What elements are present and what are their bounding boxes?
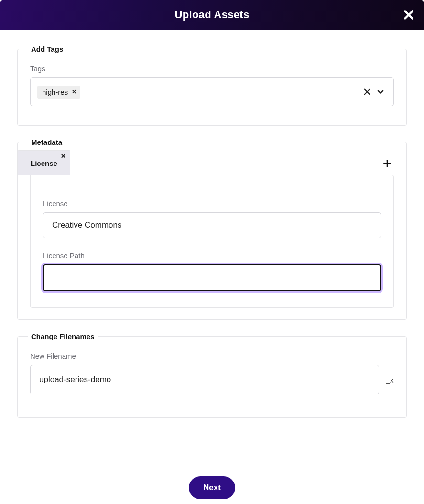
change-filenames-section: Change Filenames New Filename _x (17, 332, 407, 418)
metadata-tabs: License ✕ (18, 150, 406, 175)
new-filename-label: New Filename (30, 352, 394, 360)
license-path-label: License Path (43, 252, 381, 260)
metadata-panel: License License Path (30, 175, 394, 308)
modal-body: Add Tags Tags high-res ✕ (0, 30, 424, 418)
new-filename-input[interactable] (30, 365, 379, 394)
upload-assets-modal: Upload Assets Add Tags Tags high-res ✕ (0, 0, 424, 504)
tag-chip: high-res ✕ (37, 86, 80, 99)
chevron-down-icon[interactable] (375, 87, 386, 97)
license-input[interactable] (43, 212, 381, 238)
license-path-input[interactable] (43, 264, 381, 291)
license-path-field-group: License Path (43, 252, 381, 291)
tab-license[interactable]: License ✕ (18, 150, 70, 175)
next-button[interactable]: Next (189, 476, 235, 499)
tags-clear-icon[interactable] (362, 87, 372, 97)
tags-chip-list: high-res ✕ (37, 86, 357, 99)
tag-chip-remove-icon[interactable]: ✕ (72, 88, 76, 95)
modal-title: Upload Assets (175, 9, 250, 21)
license-label: License (43, 199, 381, 208)
modal-header: Upload Assets (0, 0, 424, 30)
tab-close-icon[interactable]: ✕ (61, 153, 66, 160)
tag-chip-label: high-res (42, 88, 68, 96)
metadata-section: Metadata License ✕ License (17, 138, 407, 320)
close-icon[interactable] (401, 7, 416, 22)
add-tags-legend: Add Tags (28, 45, 66, 53)
tab-license-label: License (31, 159, 57, 167)
filename-row: _x (30, 365, 394, 394)
add-tags-section: Add Tags Tags high-res ✕ (17, 45, 407, 126)
tags-combobox[interactable]: high-res ✕ (30, 77, 394, 106)
license-field-group: License (43, 199, 381, 238)
add-metadata-tab-button[interactable] (381, 157, 394, 170)
change-filenames-legend: Change Filenames (28, 332, 98, 340)
metadata-legend: Metadata (28, 138, 65, 146)
modal-footer: Next (0, 466, 424, 504)
tags-label: Tags (30, 65, 394, 73)
filename-suffix: _x (386, 376, 394, 384)
tags-actions (362, 87, 387, 97)
